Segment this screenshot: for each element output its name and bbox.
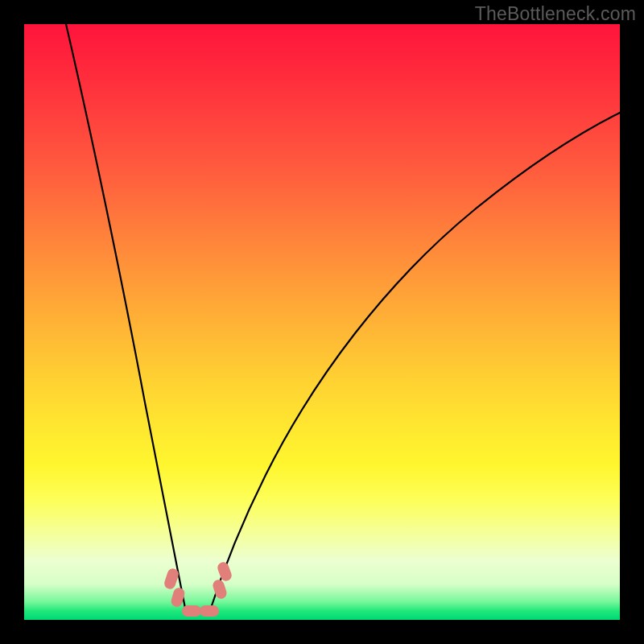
marker-m6 bbox=[216, 560, 233, 582]
marker-m3 bbox=[182, 605, 201, 617]
marker-m4 bbox=[200, 605, 219, 617]
marker-m2 bbox=[170, 587, 186, 609]
curve-right-branch bbox=[209, 113, 620, 613]
curve-left-branch bbox=[66, 24, 186, 613]
chart-frame: TheBottleneck.com bbox=[0, 0, 644, 644]
watermark-text: TheBottleneck.com bbox=[475, 3, 636, 25]
markers-group bbox=[163, 560, 233, 617]
plot-area bbox=[24, 24, 620, 620]
curve-svg bbox=[24, 24, 620, 620]
